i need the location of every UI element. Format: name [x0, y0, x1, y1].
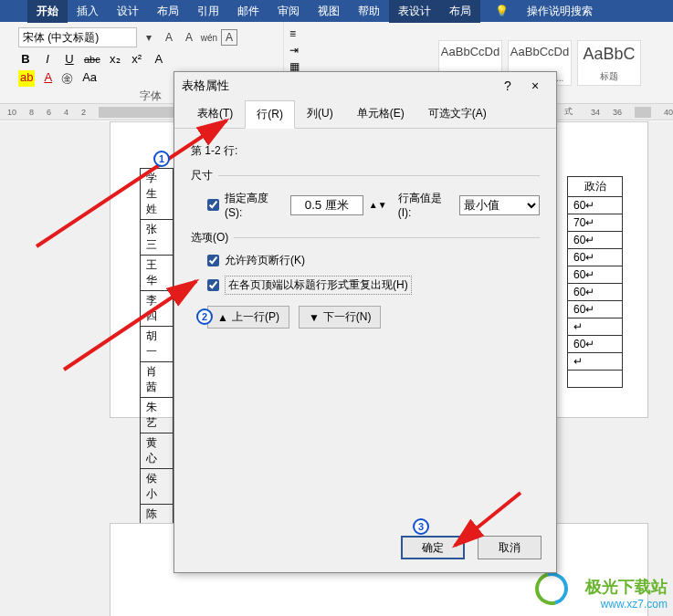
search-hint[interactable]: 操作说明搜索	[518, 0, 602, 23]
options-section-label: 选项(O)	[191, 230, 540, 245]
increase-font-icon[interactable]: A	[161, 29, 177, 46]
ruler-mark: 2	[81, 108, 86, 117]
change-case-button[interactable]: Aa	[82, 70, 97, 87]
style-box-3[interactable]: AaBbC 标题	[577, 40, 641, 86]
ok-button[interactable]: 确定	[401, 536, 465, 559]
height-input[interactable]	[290, 195, 363, 215]
table-properties-dialog: 表格属性 ? × 表格(T) 行(R) 列(U) 单元格(E) 可选文字(A) …	[174, 71, 557, 573]
tab-mail[interactable]: 邮件	[228, 0, 268, 23]
specify-height-checkbox[interactable]	[207, 199, 219, 211]
specify-height-label: 指定高度(S):	[225, 191, 285, 219]
font-name-select[interactable]	[18, 27, 137, 47]
prev-row-button[interactable]: ▲上一行(P)	[207, 306, 289, 329]
table-cell[interactable]: 李四	[141, 291, 174, 327]
text-effects-button[interactable]: A	[152, 52, 166, 66]
subscript-button[interactable]: x₂	[108, 52, 122, 66]
superscript-button[interactable]: x²	[130, 52, 144, 66]
table-cell[interactable]: 60↵	[568, 266, 623, 284]
row-height-is-label: 行高值是(I):	[398, 191, 454, 219]
font-size-empty[interactable]: ▾	[141, 29, 157, 46]
tab-table-design[interactable]: 表设计	[389, 0, 440, 23]
ribbon-tab-bar: 开始 插入 设计 布局 引用 邮件 审阅 视图 帮助 表设计 布局 💡 操作说明…	[0, 0, 673, 22]
dialog-body: 第 1-2 行: 尺寸 指定高度(S): ▲▼ 行高值是(I): 最小值 选项(…	[174, 129, 556, 343]
table-cell[interactable]: 黄心	[141, 433, 174, 469]
watermark-name: 极光下载站	[585, 578, 668, 596]
size-section-label: 尺寸	[191, 168, 540, 183]
close-icon[interactable]: ×	[521, 78, 549, 93]
ruler-mark: 40	[664, 108, 673, 117]
tab-table-layout[interactable]: 布局	[440, 0, 480, 23]
allow-break-checkbox[interactable]	[207, 255, 219, 266]
table-right[interactable]: 政治 60↵ 70↵ 60↵ 60↵ 60↵ 60↵ 60↵ ↵ 60↵ ↵	[567, 176, 623, 388]
table-cell[interactable]: 60↵	[568, 336, 623, 353]
highlight-button[interactable]: ab	[18, 70, 35, 87]
tab-design[interactable]: 设计	[108, 0, 148, 23]
help-icon[interactable]: ?	[494, 78, 521, 93]
tab-table[interactable]: 表格(T)	[185, 99, 245, 128]
enclose-char-button[interactable]: ㊎	[61, 70, 73, 87]
row-range-label: 第 1-2 行:	[191, 143, 540, 159]
allow-break-label: 允许跨页断行(K)	[225, 253, 305, 268]
bullets-icon[interactable]: ≡	[289, 27, 332, 40]
next-row-button[interactable]: ▼下一行(N)	[299, 306, 382, 329]
style-label-3: 标题	[578, 70, 640, 83]
tab-view[interactable]: 视图	[309, 0, 349, 23]
ruler-mark: 34	[591, 108, 600, 117]
table-cell[interactable]: 60↵	[568, 284, 623, 301]
table-header-cell[interactable]: 政治	[568, 177, 623, 197]
style-preview-3: AaBbC	[578, 45, 640, 64]
tab-column[interactable]: 列(U)	[295, 99, 345, 128]
tab-layout[interactable]: 布局	[148, 0, 188, 23]
watermark-url: www.xz7.com	[585, 598, 668, 611]
tab-alt-text[interactable]: 可选文字(A)	[416, 99, 499, 128]
tab-insert[interactable]: 插入	[68, 0, 108, 23]
strike-button[interactable]: abc	[84, 54, 100, 65]
font-color-button[interactable]: A	[44, 70, 52, 87]
up-triangle-icon: ▲	[217, 311, 228, 324]
italic-button[interactable]: I	[40, 52, 55, 66]
spinner-icon[interactable]: ▲▼	[369, 200, 387, 210]
ruler-mark: 36	[613, 108, 622, 117]
tab-references[interactable]: 引用	[188, 0, 228, 23]
repeat-header-checkbox[interactable]	[207, 279, 219, 291]
down-triangle-icon: ▼	[309, 311, 320, 324]
table-cell[interactable]: 60↵	[568, 197, 623, 214]
badge-1: 1	[153, 151, 170, 167]
watermark: 极光下载站 www.xz7.com	[585, 576, 668, 611]
row-height-type-select[interactable]: 最小值	[459, 195, 540, 215]
table-cell[interactable]: 朱艺	[141, 398, 174, 433]
cancel-button[interactable]: 取消	[478, 536, 542, 559]
decrease-font-icon[interactable]: A	[181, 29, 197, 46]
table-cell[interactable]: 王华	[141, 256, 174, 291]
ruler-mark: 4	[64, 108, 68, 117]
table-cell[interactable]: 侯小	[141, 469, 174, 505]
repeat-header-label: 在各页顶端以标题行形式重复出现(H)	[225, 276, 412, 295]
tab-help[interactable]: 帮助	[349, 0, 389, 23]
table-cell[interactable]: 学生姓	[141, 169, 174, 220]
tab-start[interactable]: 开始	[27, 0, 68, 23]
ruler-mark: 6	[47, 108, 51, 117]
table-cell[interactable]: 张三	[141, 220, 174, 256]
indent-icon[interactable]: ⇥	[289, 44, 332, 57]
table-cell[interactable]: 肖茜	[141, 362, 174, 398]
underline-button[interactable]: U	[62, 52, 77, 66]
table-cell[interactable]: 胡一	[141, 327, 174, 362]
bold-button[interactable]: B	[18, 52, 33, 66]
table-cell[interactable]	[568, 371, 623, 388]
table-cell[interactable]: 60↵	[568, 232, 623, 249]
table-cell[interactable]: ↵	[568, 318, 623, 336]
table-cell[interactable]: 70↵	[568, 214, 623, 232]
badge-3: 3	[413, 518, 429, 535]
badge-2: 2	[196, 308, 213, 325]
table-cell[interactable]: ↵	[568, 353, 623, 371]
char-border-icon[interactable]: A	[221, 29, 237, 46]
table-cell[interactable]: 60↵	[568, 249, 623, 266]
phonetic-icon[interactable]: wén	[201, 29, 217, 46]
tab-review[interactable]: 审阅	[268, 0, 309, 23]
dialog-titlebar[interactable]: 表格属性 ? ×	[174, 72, 556, 99]
ruler-mark: 8	[29, 108, 34, 117]
table-cell[interactable]: 60↵	[568, 301, 623, 318]
tab-cell[interactable]: 单元格(E)	[345, 99, 416, 128]
dialog-title: 表格属性	[182, 78, 494, 94]
tab-row[interactable]: 行(R)	[245, 100, 295, 129]
